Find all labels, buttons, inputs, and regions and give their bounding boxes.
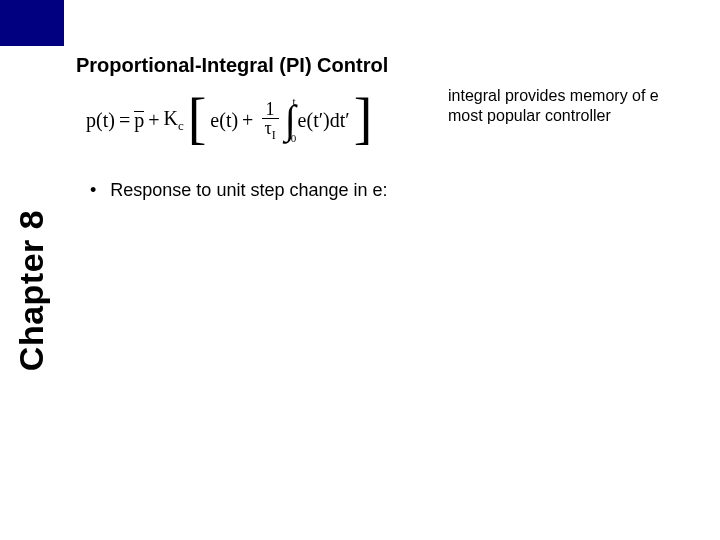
eq-kc-sub: c bbox=[178, 118, 184, 133]
eq-plus-2: + bbox=[242, 110, 253, 130]
sidebar-label-wrap: Chapter 8 bbox=[0, 160, 64, 420]
eq-equals: = bbox=[119, 110, 130, 130]
bullet-text: Response to unit step change in e: bbox=[110, 180, 387, 201]
eq-left-bracket: [ bbox=[188, 90, 207, 146]
side-notes: integral provides memory of e most popul… bbox=[448, 86, 659, 126]
eq-integral: t ∫ 0 bbox=[285, 100, 296, 140]
eq-int-upper: t bbox=[293, 96, 296, 107]
eq-plus-1: + bbox=[148, 110, 159, 130]
eq-kc: Kc bbox=[163, 108, 183, 132]
note-line-1: integral provides memory of e bbox=[448, 86, 659, 106]
note-line-2: most popular controller bbox=[448, 106, 659, 126]
eq-frac-num: 1 bbox=[262, 100, 279, 119]
chapter-label: Chapter 8 bbox=[13, 209, 52, 370]
eq-frac-den: τI bbox=[260, 119, 279, 141]
eq-kc-base: K bbox=[163, 107, 177, 129]
eq-right-bracket: ] bbox=[354, 90, 373, 146]
sidebar-accent-block bbox=[0, 0, 64, 46]
eq-lhs: p(t) bbox=[86, 110, 115, 130]
eq-pbar: p bbox=[134, 110, 144, 130]
eq-int-lower: 0 bbox=[291, 133, 297, 144]
pi-control-equation: p(t) = p + Kc [ e(t) + 1 τI t ∫ 0 e(t′)d… bbox=[86, 92, 376, 148]
eq-et: e(t) bbox=[210, 110, 238, 130]
eq-integrand: e(t′)dt′ bbox=[298, 110, 350, 130]
bullet-item: • Response to unit step change in e: bbox=[90, 180, 388, 202]
eq-tau-sub: I bbox=[272, 127, 276, 141]
sidebar: Chapter 8 bbox=[0, 0, 64, 540]
eq-tau: τ bbox=[264, 118, 271, 138]
page-title: Proportional-Integral (PI) Control bbox=[76, 54, 388, 77]
bullet-dot-icon: • bbox=[90, 180, 96, 202]
eq-frac: 1 τI bbox=[260, 100, 279, 141]
